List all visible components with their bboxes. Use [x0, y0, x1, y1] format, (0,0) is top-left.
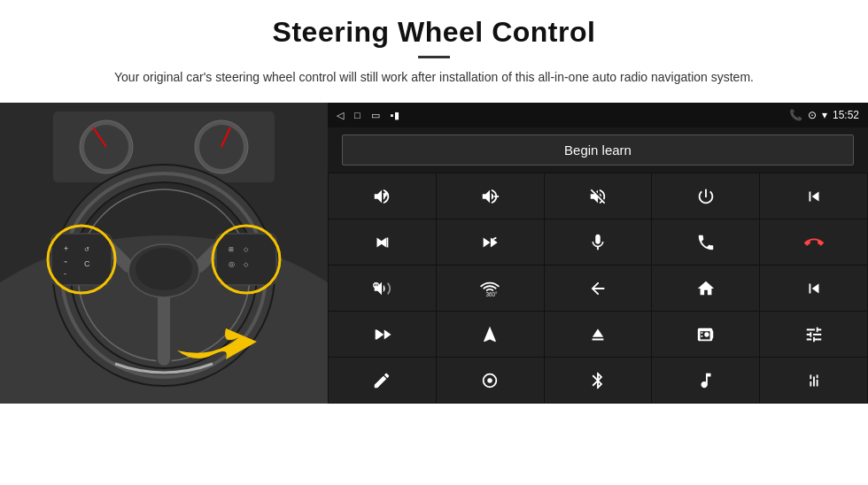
svg-text:⊞: ⊞ — [229, 246, 234, 252]
subtitle-text: Your original car's steering wheel contr… — [80, 67, 788, 87]
skip-forward-button[interactable] — [329, 219, 436, 265]
android-panel-wrapper: ◁ □ ▭ ▪▮ 📞 ⊙ ▾ 15:52 Begin learn — [328, 103, 868, 485]
back-btn[interactable]: ◁ — [337, 110, 344, 121]
vol-down-button[interactable] — [437, 173, 544, 219]
svg-text:⌁: ⌁ — [64, 258, 67, 265]
svg-rect-26 — [494, 196, 500, 197]
steering-wheel-image: + ⌁ - ↺ C ⊞ ◇ ◎ ◇ — [0, 103, 328, 404]
speaker-button[interactable] — [329, 266, 436, 311]
begin-learn-row: Begin learn — [328, 127, 868, 173]
wifi-icon: ▾ — [822, 109, 827, 121]
mute-button[interactable] — [545, 173, 652, 219]
svg-line-27 — [493, 237, 497, 239]
bluetooth-button[interactable] — [545, 358, 652, 403]
skip-back-button[interactable] — [760, 266, 867, 311]
header-section: Steering Wheel Control Your original car… — [0, 0, 868, 96]
back-nav-button[interactable] — [545, 266, 652, 311]
svg-text:+: + — [64, 244, 68, 253]
home-nav-button[interactable] — [652, 266, 759, 311]
status-bar: ◁ □ ▭ ▪▮ 📞 ⊙ ▾ 15:52 — [328, 103, 868, 127]
next-skip-button[interactable] — [437, 219, 544, 265]
fast-forward-button[interactable] — [329, 312, 436, 357]
time-display: 15:52 — [833, 109, 859, 121]
svg-text:↺: ↺ — [84, 246, 89, 252]
android-panel: ◁ □ ▭ ▪▮ 📞 ⊙ ▾ 15:52 Begin learn — [328, 103, 868, 404]
svg-point-12 — [136, 248, 192, 290]
microphone-button[interactable] — [545, 219, 652, 265]
svg-text:360°: 360° — [486, 291, 499, 297]
svg-text:C: C — [84, 259, 90, 268]
location-icon: ⊙ — [808, 109, 817, 121]
settings-adj-button[interactable] — [760, 312, 867, 357]
title-divider — [418, 56, 450, 58]
recents-btn[interactable]: ▭ — [371, 110, 380, 121]
svg-text:-: - — [64, 269, 66, 278]
seicane-watermark: Seicane — [554, 455, 640, 478]
home-btn[interactable]: □ — [354, 110, 360, 120]
prev-track-button[interactable] — [760, 173, 867, 219]
begin-learn-button[interactable]: Begin learn — [342, 135, 854, 166]
gear-icon[interactable]: ⚙ — [841, 457, 859, 480]
media-indicator: ▪▮ — [391, 110, 399, 121]
content-section: + ⌁ - ↺ C ⊞ ◇ ◎ ◇ — [0, 103, 868, 485]
status-right: 📞 ⊙ ▾ 15:52 — [789, 109, 859, 121]
music-note-button[interactable] — [652, 358, 759, 403]
phone-button[interactable] — [652, 219, 759, 265]
svg-rect-13 — [51, 234, 112, 285]
svg-rect-19 — [216, 234, 276, 285]
power-button[interactable] — [652, 173, 759, 219]
page-container: Steering Wheel Control Your original car… — [0, 0, 868, 485]
360-button[interactable]: 360° — [437, 266, 544, 311]
circle-dot-button[interactable] — [437, 358, 544, 403]
svg-point-33 — [487, 378, 492, 383]
svg-text:◎: ◎ — [229, 260, 235, 268]
status-left: ◁ □ ▭ ▪▮ — [337, 110, 399, 121]
page-title: Steering Wheel Control — [35, 16, 833, 49]
vol-up-button[interactable] — [329, 173, 436, 219]
radio-button[interactable] — [652, 312, 759, 357]
controls-grid: 360° — [328, 173, 868, 404]
phone-status-icon: 📞 — [789, 109, 802, 121]
eject-button[interactable] — [545, 312, 652, 357]
hang-up-button[interactable] — [760, 219, 867, 265]
equalizer-button[interactable] — [760, 358, 867, 403]
navigation-button[interactable] — [437, 312, 544, 357]
pen-button[interactable] — [329, 358, 436, 403]
